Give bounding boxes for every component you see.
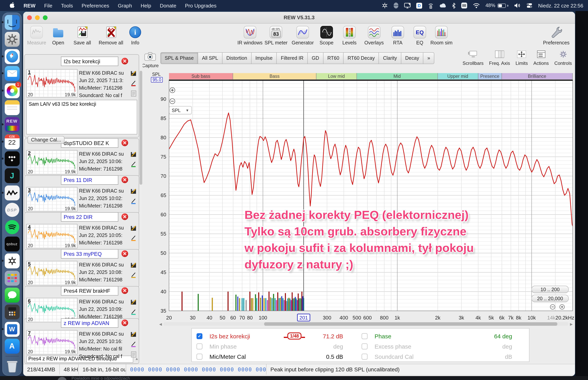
eq-button[interactable]: EQEQ [413, 26, 426, 46]
tab-rt60-decay[interactable]: RT60 Decay [343, 52, 379, 64]
notes-icon[interactable] [131, 351, 137, 359]
dock-icon-spotify[interactable] [4, 219, 19, 234]
dock-icon-dsp[interactable]: DSP [4, 202, 19, 217]
dock-icon-jriver[interactable]: J [4, 168, 19, 183]
delete-measurement-button[interactable] [121, 250, 128, 257]
room-sim-button[interactable]: Room sim [430, 26, 453, 46]
delete-measurement-button[interactable] [121, 176, 128, 183]
rta-button[interactable]: RTA [391, 26, 404, 46]
dock-icon-calculator[interactable] [4, 305, 19, 320]
measurement-thumbnail[interactable]: 72019.9k [26, 330, 77, 354]
checkbox-soundcard-cal[interactable] [361, 354, 367, 359]
actions-button[interactable]: Actions [533, 50, 549, 66]
save-measurement-icon[interactable] [131, 188, 137, 195]
open-button[interactable]: Open [52, 26, 65, 46]
display-icon[interactable] [404, 2, 411, 8]
zoom-in-icon[interactable] [170, 87, 175, 95]
dock-icon-word[interactable]: W [4, 322, 19, 337]
levels-button[interactable]: 0369Levels [342, 26, 357, 46]
change-cal-button[interactable]: Change Cal... [28, 136, 65, 144]
measurement-name-field[interactable]: Pres 22 DIR [61, 212, 118, 222]
dock-icon-qobuz[interactable]: qobuz [4, 237, 19, 251]
control-center-icon[interactable] [526, 2, 532, 9]
scope-button[interactable]: Scope [320, 26, 334, 46]
dock-icon-safari[interactable] [4, 49, 19, 64]
dock-icon-trash[interactable] [4, 358, 19, 373]
chatgpt-icon[interactable] [382, 2, 388, 9]
checkbox-phase[interactable] [361, 333, 367, 339]
menu-item-tools[interactable]: Tools [57, 2, 77, 8]
edit-trace-icon[interactable] [131, 309, 137, 316]
tab-distortion[interactable]: Distortion [223, 52, 251, 64]
measurement-name-field[interactable]: z REW imp ADVAN [61, 318, 118, 328]
menu-item-help[interactable]: Help [136, 2, 156, 8]
edit-trace-icon[interactable] [131, 80, 137, 88]
tab-impulse[interactable]: Impulse [251, 52, 277, 64]
save-measurement-icon[interactable] [131, 151, 137, 158]
dock-icon-notes[interactable] [4, 100, 19, 115]
range-10-200-button[interactable]: 10 .. 200 [531, 286, 569, 293]
remove-all-button[interactable]: Remove all [99, 26, 123, 46]
dock-icon-rew[interactable]: REW [4, 117, 19, 132]
measurement-name-field[interactable]: Pres4 REW brakHF [61, 286, 118, 296]
tab-all-spl[interactable]: All SPL [198, 52, 223, 64]
limits-button[interactable]: Limits [515, 50, 528, 66]
checkbox-min-phase[interactable] [196, 343, 202, 349]
tab-rt60[interactable]: RT60 [323, 52, 344, 64]
capture-button[interactable]: Capture [142, 52, 159, 68]
scroll-left-icon[interactable]: ◀ [159, 322, 162, 326]
menu-item-preferences[interactable]: Preferences [77, 2, 114, 8]
info-button[interactable]: iInfo [129, 26, 142, 46]
measurement-name-field[interactable]: dspSTUDIO BEZ K [61, 138, 118, 148]
measurement-thumbnail[interactable]: 32019.9k [26, 187, 77, 211]
dock-icon-photos[interactable]: 1 [4, 83, 19, 98]
dock-icon-mail[interactable] [4, 66, 19, 81]
preferences-button[interactable]: Preferences [543, 26, 569, 46]
measurement-name-field[interactable]: Pres 11 DIR [61, 175, 118, 185]
checkbox-mic-meter-cal[interactable] [196, 354, 202, 359]
wifi-remote-icon[interactable] [428, 2, 434, 9]
wifi-icon[interactable] [473, 3, 480, 8]
apple-menu-icon[interactable] [5, 2, 19, 9]
edit-trace-icon[interactable] [131, 161, 137, 169]
checkbox-i2s-bez-korekcji[interactable]: ✓ [196, 333, 202, 339]
overlays-button[interactable]: Overlays [364, 26, 384, 46]
tab-gd[interactable]: GD [308, 52, 323, 64]
zoom-in-x-icon[interactable] [559, 304, 565, 311]
tab-spl-phase[interactable]: SPL & Phase [160, 52, 198, 64]
spl-chart[interactable]: 9085807570656055504540352030405060708010… [149, 79, 575, 331]
sidebar-scrollbar[interactable] [139, 55, 143, 360]
zoom-out-x-icon[interactable] [550, 304, 555, 311]
scrollbar-thumb[interactable] [264, 322, 557, 326]
tab--[interactable]: » [423, 52, 435, 64]
measurement-thumbnail[interactable]: 22019.9k [26, 150, 77, 174]
dock-icon-melodics[interactable] [4, 186, 19, 200]
delete-measurement-button[interactable] [121, 287, 128, 294]
measurement-thumbnail[interactable]: 52019.9k [26, 261, 77, 285]
spl-meter-button[interactable]: dB SPL83SPL meter [265, 26, 287, 46]
bluetooth-icon[interactable] [452, 2, 455, 8]
ir-windows-button[interactable]: IR windows [237, 26, 263, 46]
oval-icon[interactable] [394, 2, 398, 9]
battery-indicator[interactable]: 48% [485, 3, 508, 8]
generator-button[interactable]: Generator [292, 26, 314, 46]
dock-icon-messages[interactable] [4, 288, 19, 303]
measurement-thumbnail[interactable]: 12019.9k [26, 69, 77, 97]
menu-item-pro-upgrades[interactable]: Pro Upgrades [181, 2, 221, 8]
dock-icon-launchpad[interactable] [4, 270, 19, 285]
delete-measurement-button[interactable] [121, 320, 128, 326]
dock-icon-calendar[interactable]: CZE22 [4, 134, 19, 149]
smoothing-badge[interactable]: 1/48 [287, 332, 302, 340]
scrollbars-button[interactable]: Scrollbars [463, 50, 484, 66]
tab-decay[interactable]: Decay [401, 52, 423, 64]
measurement-name-field[interactable]: Pres 33 myPEQ [61, 249, 118, 259]
delete-measurement-button[interactable] [121, 58, 128, 64]
zoom-out-icon[interactable] [170, 98, 175, 106]
menu-item-file[interactable]: File [40, 2, 57, 8]
tab-clarity[interactable]: Clarity [379, 52, 401, 64]
volume-icon[interactable] [514, 3, 521, 8]
menu-item-graph[interactable]: Graph [114, 2, 136, 8]
delete-measurement-button[interactable] [121, 213, 128, 220]
dock-icon-settings[interactable] [4, 32, 19, 47]
edit-trace-icon[interactable] [131, 341, 137, 349]
